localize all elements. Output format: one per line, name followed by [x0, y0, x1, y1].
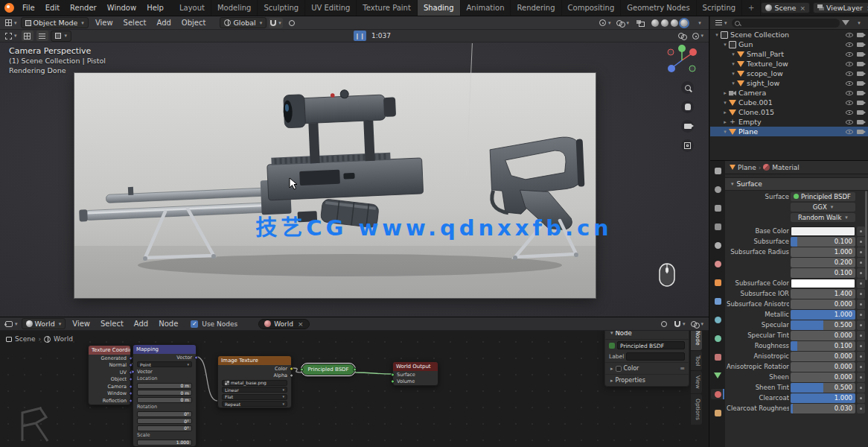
- node-row-repeat[interactable]: Repeat▾: [218, 401, 291, 408]
- input-socket[interactable]: [300, 368, 304, 372]
- node-row-0[interactable]: 0°: [133, 425, 196, 432]
- visibility-eye-icon[interactable]: [846, 101, 853, 105]
- pan-hand-icon[interactable]: [681, 101, 694, 113]
- prop-control-subsurface-radius[interactable]: 1.000: [791, 247, 855, 257]
- workspace-tab-animation[interactable]: Animation: [461, 0, 511, 16]
- menu-file[interactable]: File: [17, 0, 40, 16]
- shading-wireframe-icon[interactable]: [651, 19, 659, 27]
- snap-with-dropdown[interactable]: ▾: [51, 31, 72, 42]
- menu-render[interactable]: Render: [65, 0, 102, 16]
- prop-control-specular[interactable]: 0.500: [791, 320, 855, 330]
- animate-dot-icon[interactable]: [857, 258, 865, 267]
- properties-tab-particles[interactable]: [711, 314, 724, 325]
- prop-control-value-1[interactable]: GGX▾: [791, 203, 855, 212]
- world-id-selector[interactable]: World ×: [258, 319, 309, 329]
- prop-control-value-7[interactable]: 0.100: [791, 268, 855, 278]
- xray-toggle-icon[interactable]: [634, 18, 645, 28]
- menu-help[interactable]: Help: [141, 0, 169, 16]
- shader-type-dropdown[interactable]: World▾: [22, 318, 66, 329]
- node-row-linear[interactable]: Linear▾: [218, 387, 291, 394]
- node-mapping[interactable]: MappingVectorPoint▾VectorLocation0 m0 m0…: [133, 344, 197, 447]
- outliner-row-empty[interactable]: ▸+Empty: [710, 117, 868, 127]
- workspace-tab-geometry-nodes[interactable]: Geometry Nodes: [621, 0, 696, 16]
- properties-tab-modifiers[interactable]: [711, 296, 724, 306]
- visibility-eye-icon[interactable]: [846, 130, 853, 134]
- menu-window[interactable]: Window: [102, 0, 141, 16]
- visibility-eye-icon[interactable]: [846, 42, 853, 47]
- 3d-viewport[interactable]: ▾ Object Mode▾ ViewSelectAddObject Globa…: [0, 16, 709, 317]
- animate-dot-icon[interactable]: [857, 320, 865, 330]
- menu-edit[interactable]: Edit: [40, 0, 65, 16]
- properties-tab-world[interactable]: [711, 259, 724, 269]
- shading-dropdown-icon[interactable]: ▾: [693, 18, 705, 28]
- node-image-texture[interactable]: Image TextureColorAlphametal_base.pngLin…: [217, 355, 292, 408]
- animate-dot-icon[interactable]: [857, 362, 865, 372]
- prop-control-surface[interactable]: Principled BSDF: [791, 192, 855, 202]
- navigation-gizmo[interactable]: [666, 44, 698, 78]
- node-row-0[interactable]: 0°: [133, 410, 196, 418]
- expander-icon[interactable]: ▾: [721, 129, 729, 135]
- animate-dot-icon[interactable]: [857, 383, 865, 393]
- node-header-texture-coordinate[interactable]: Texture Coordinate: [89, 346, 130, 355]
- prop-control-anisotropic-rotation[interactable]: 0.000: [791, 362, 855, 372]
- render-visibility-icon[interactable]: [857, 42, 864, 47]
- shading-rendered-icon[interactable]: [680, 19, 688, 27]
- outliner-row-texture-low[interactable]: ▾Texture_low: [710, 59, 868, 69]
- expander-icon[interactable]: ▸: [721, 119, 729, 125]
- expander-icon[interactable]: ▾: [721, 42, 729, 48]
- outliner-row-plane[interactable]: ▾Plane: [710, 127, 868, 136]
- prop-control-subsurface-color[interactable]: [791, 279, 855, 288]
- viewport-canvas[interactable]: Camera Perspective(1) Scene Collection |…: [0, 42, 709, 317]
- tool-option-1-icon[interactable]: [22, 31, 33, 41]
- workspace-tab-scripting[interactable]: Scripting: [697, 0, 742, 16]
- overlays-toggle-icon[interactable]: ▾: [615, 18, 631, 28]
- prop-control-clearcoat-roughness[interactable]: 0.030: [791, 404, 855, 413]
- visibility-eye-icon[interactable]: [846, 52, 853, 57]
- expander-icon[interactable]: ▾: [713, 32, 721, 38]
- animate-dot-icon[interactable]: [857, 289, 865, 299]
- node-row-location[interactable]: Location: [133, 375, 196, 383]
- render-visibility-icon[interactable]: [857, 72, 864, 76]
- node-texture-coordinate[interactable]: Texture CoordinateGeneratedNormalUVObjec…: [88, 345, 131, 405]
- filter-icon[interactable]: [842, 20, 849, 25]
- pause-render-button[interactable]: ❙❙: [354, 31, 366, 41]
- workspace-tab-rendering[interactable]: Rendering: [511, 0, 561, 16]
- node-row-scale[interactable]: Scale: [133, 432, 196, 440]
- render-visibility-icon[interactable]: [857, 91, 864, 95]
- surface-section-header[interactable]: ▾ Surface: [725, 177, 868, 191]
- outliner-row-scene-collection[interactable]: ▾Scene Collection: [710, 30, 868, 39]
- properties-tab-texture[interactable]: [711, 408, 724, 418]
- properties-tab-output[interactable]: [711, 203, 724, 213]
- animate-dot-icon[interactable]: [857, 393, 865, 403]
- node-name-field[interactable]: Principled BSDF: [617, 341, 685, 349]
- render-visibility-icon[interactable]: [857, 62, 864, 66]
- outliner-row-scope-low[interactable]: ▾scope_low: [710, 69, 868, 78]
- sidebar-tab-options[interactable]: Options: [691, 394, 702, 425]
- viewport-settings-icon[interactable]: ▾: [691, 31, 706, 41]
- outliner-row-camera[interactable]: ▸Camera: [710, 88, 868, 98]
- shading-material-icon[interactable]: [671, 19, 678, 27]
- node-row-metal-base-png[interactable]: metal_base.png: [218, 379, 291, 387]
- animate-dot-icon[interactable]: [857, 268, 865, 278]
- node-menu-select[interactable]: Select: [95, 317, 129, 332]
- visibility-eye-icon[interactable]: [846, 91, 853, 95]
- zoom-icon[interactable]: [681, 81, 694, 94]
- properties-tab-object[interactable]: [711, 277, 724, 288]
- prop-control-roughness[interactable]: 0.100: [791, 341, 855, 351]
- render-visibility-icon[interactable]: [857, 33, 864, 37]
- snap-magnet-icon[interactable]: ▾: [269, 18, 283, 28]
- view-object-types-icon[interactable]: [676, 31, 688, 41]
- node-row-1-000[interactable]: 1.000: [133, 439, 196, 446]
- prop-control-specular-tint[interactable]: 0.000: [791, 331, 855, 340]
- prop-control-metallic[interactable]: 1.000: [791, 310, 855, 320]
- outliner-editor-icon[interactable]: ▾: [714, 18, 729, 28]
- outliner-row-cube-001[interactable]: ▾Cube.001: [710, 98, 868, 107]
- expander-icon[interactable]: ▾: [730, 61, 737, 67]
- scene-selector[interactable]: Scene ×: [761, 2, 810, 13]
- properties-tab-material[interactable]: [711, 389, 724, 399]
- node-header-image-texture[interactable]: Image Texture: [218, 356, 291, 365]
- expander-icon[interactable]: ▾: [730, 51, 737, 57]
- ortho-toggle-icon[interactable]: [681, 139, 694, 152]
- sidebar-tab-view[interactable]: View: [691, 371, 702, 393]
- workspace-tab-sculpting[interactable]: Sculpting: [258, 0, 305, 16]
